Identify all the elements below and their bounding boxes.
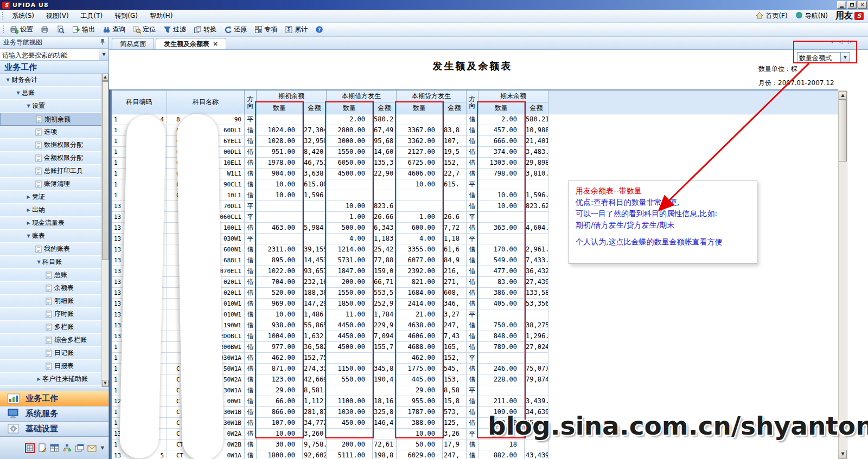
toolbar-button-设置[interactable]: 设置 bbox=[7, 23, 37, 36]
tree-item-科目账[interactable]: ▼科目账 bbox=[0, 256, 102, 269]
tree-scrollbar[interactable]: ▲ ▼ bbox=[101, 74, 108, 387]
nav-button-基础设置[interactable]: 基础设置 bbox=[0, 422, 108, 437]
table-row[interactable]: 13060CL1平1.0026.661.0026.6平 bbox=[112, 212, 548, 223]
close-icon[interactable]: × bbox=[213, 40, 218, 48]
tree-item-选项[interactable]: 选项 bbox=[0, 126, 102, 139]
cascade-windows-icon[interactable] bbox=[75, 443, 85, 453]
table-row[interactable]: 14890平2.00580.2借2.00580.21 bbox=[112, 114, 548, 125]
table-row[interactable]: 1370DL1平10.00823.6借10.00823.62 bbox=[112, 201, 548, 212]
table-row[interactable]: 13190W1借938.0055,8654450.00229,94638.002… bbox=[112, 320, 548, 331]
mail-icon[interactable] bbox=[87, 443, 97, 453]
table-row[interactable]: 1C30W1B借866.00281,871030.00325,81787.005… bbox=[112, 407, 548, 418]
table-vertical-scrollbar[interactable]: ▲ ▼ bbox=[838, 90, 847, 459]
tab-简易桌面[interactable]: 简易桌面 bbox=[112, 38, 154, 49]
toolbar-button-printer-icon[interactable] bbox=[37, 24, 53, 35]
table-row[interactable]: 1C30W1B借107.0034,772450.00146,4388.00125… bbox=[112, 418, 548, 429]
table-row[interactable]: 13010W1借10.001,486.11.001,78421.003,27平 bbox=[112, 309, 548, 320]
table-row[interactable]: 13010W1借969.00147,291850.00252,92414.003… bbox=[112, 299, 548, 309]
menu-item[interactable]: 视图(V) bbox=[40, 9, 75, 23]
menu-item[interactable]: 转到(G) bbox=[108, 9, 144, 23]
tree-item-日报表[interactable]: 日报表 bbox=[0, 360, 102, 373]
menu-item[interactable]: 帮助(H) bbox=[144, 9, 178, 23]
table-row[interactable]: 13100L1借463.005,984.500.006,343600.007,7… bbox=[112, 223, 548, 234]
tree-item-现金流量表[interactable]: ▶现金流量表 bbox=[0, 217, 102, 230]
tree-item-账簿清理[interactable]: 账簿清理 bbox=[0, 178, 102, 191]
tree-scrollbar-thumb[interactable] bbox=[102, 81, 108, 260]
format-selector-value[interactable]: 数量金额式 bbox=[797, 53, 840, 62]
table-row[interactable]: 13EDOBL1借1004.001,632.4450.007,0944606.0… bbox=[112, 331, 548, 342]
chevron-down-icon[interactable]: ▼ bbox=[840, 53, 850, 62]
toolbar-button-输出[interactable]: 输出 bbox=[68, 23, 99, 36]
table-row[interactable]: 13688L1借895.0014,4535731.0077,886077.008… bbox=[112, 255, 548, 266]
tree-item-客户往来辅助账[interactable]: ▶客户往来辅助账 bbox=[0, 373, 102, 386]
tree-item-总账[interactable]: 总账 bbox=[0, 269, 102, 282]
tree-item-我的账表[interactable]: 我的账表 bbox=[0, 243, 102, 256]
tree-item-日记账[interactable]: 日记账 bbox=[0, 347, 102, 360]
tree-item-明细账[interactable]: 明细账 bbox=[0, 295, 102, 308]
navigation-menu[interactable]: 导航(N) bbox=[795, 11, 828, 21]
tree-item-设置[interactable]: ▼设置 bbox=[0, 100, 102, 113]
tab-dropdown-icon[interactable]: ▾ bbox=[831, 39, 834, 44]
pin-icon[interactable] bbox=[100, 38, 105, 47]
tree-item-金额权限分配[interactable]: 金额权限分配 bbox=[0, 152, 102, 165]
tree-item-总账[interactable]: ▼总账 bbox=[0, 87, 102, 100]
tree-item-出纳[interactable]: ▶出纳 bbox=[0, 204, 102, 217]
tab-发生额及余额表[interactable]: 发生额及余额表× bbox=[156, 38, 226, 49]
toolbar-button-累计[interactable]: Σ累计 bbox=[281, 23, 311, 36]
doc-edit-icon[interactable] bbox=[37, 443, 47, 453]
search-dropdown-button[interactable]: ▼ bbox=[99, 49, 108, 60]
table-icon[interactable] bbox=[50, 443, 60, 453]
toolbar-button-过滤[interactable]: 过滤 bbox=[159, 23, 190, 36]
table-row[interactable]: 1C50W2A借123.0042,669550.00190,4445.00153… bbox=[112, 374, 548, 385]
table-row[interactable]: 135CT0W1A借1800.0092,6025111.00198,86029.… bbox=[112, 450, 548, 459]
tree-item-凭证[interactable]: ▶凭证 bbox=[0, 191, 102, 204]
toolbar-button-专项[interactable]: 专项 bbox=[251, 23, 281, 36]
table-row[interactable]: 1030W1A借462.00152,75462.00152,平 bbox=[112, 353, 548, 364]
grid-red-icon[interactable] bbox=[25, 443, 35, 453]
nav-button-系统服务[interactable]: 系统服务 bbox=[0, 406, 108, 422]
table-row[interactable]: 1CT0W2B借30.009,758.200.0072,6150.0017,9借… bbox=[112, 439, 548, 450]
table-row[interactable]: 13020L1借520.00188,381550.00553,51684.006… bbox=[112, 288, 548, 299]
more-icons-dropdown[interactable]: ▼ bbox=[101, 445, 104, 450]
menu-item[interactable]: 工具(T) bbox=[75, 9, 109, 23]
table-row[interactable]: 1C30W1A借29.008,581.29.008,58平 bbox=[112, 385, 548, 396]
table-row[interactable]: 13600N1借2311.0039,1551214.0025,423355.00… bbox=[112, 244, 548, 255]
table-row[interactable]: 13030W1平4.001,1834.001,18平 bbox=[112, 234, 548, 244]
home-menu[interactable]: 首页(F) bbox=[756, 11, 787, 21]
scrollbar-thumb[interactable] bbox=[839, 100, 847, 161]
orgchart-icon[interactable] bbox=[62, 443, 72, 453]
table-row[interactable]: 1C50W1A借871.00274,331150.00345,81775.005… bbox=[112, 364, 548, 374]
format-selector[interactable]: 数量金额式 ▼ bbox=[797, 52, 850, 63]
tree-item-综合多栏账[interactable]: 综合多栏账 bbox=[0, 334, 102, 347]
scroll-down-icon[interactable]: ▼ bbox=[839, 450, 847, 458]
tab-scroll-right-icon[interactable]: ▷ bbox=[848, 39, 852, 44]
table-row[interactable]: 13020L1借704.00232,16200.0066,71821.00271… bbox=[112, 277, 548, 288]
menu-item[interactable]: 系统(S) bbox=[6, 9, 40, 23]
toolbar-button-转换[interactable]: 转换 bbox=[190, 23, 220, 36]
scroll-up-icon[interactable]: ▲ bbox=[839, 91, 847, 100]
toolbar-button-还原[interactable]: 还原 bbox=[220, 23, 251, 36]
minimize-button[interactable] bbox=[837, 1, 846, 9]
tree-item-序时账[interactable]: 序时账 bbox=[0, 308, 102, 321]
toolbar-button-定位[interactable]: 定位 bbox=[129, 23, 159, 36]
tree-item-余额表[interactable]: 余额表 bbox=[0, 282, 102, 295]
tab-scroll-left-icon[interactable]: ◁ bbox=[839, 39, 843, 44]
tree-item-财务会计[interactable]: ▼财务会计 bbox=[0, 74, 102, 87]
scroll-down-icon[interactable]: ▼ bbox=[102, 380, 108, 387]
nav-button-业务工作[interactable]: 业务工作 bbox=[0, 391, 108, 406]
tree-item-总账打印工具[interactable]: 总账打印工具 bbox=[0, 165, 102, 178]
sidebar-splitter[interactable]: ········· bbox=[0, 387, 108, 391]
table-row[interactable]: 13070EL1借1022.0093,6571847.00159,02392.0… bbox=[112, 266, 548, 277]
tree-item-数据权限分配[interactable]: 数据权限分配 bbox=[0, 139, 102, 152]
table-row[interactable]: 12C00W1借66.001,112.1100.0018,16955.0015,… bbox=[112, 396, 548, 407]
tree-item-账表[interactable]: ▼账表 bbox=[0, 230, 102, 243]
tree-item-多栏账[interactable]: 多栏账 bbox=[0, 321, 102, 334]
scroll-up-icon[interactable]: ▲ bbox=[102, 74, 108, 81]
function-search[interactable]: 请输入您要搜索的功能 ▼ bbox=[0, 49, 108, 61]
table-row[interactable]: 1C10L1借10.001,596.借10.001,596. bbox=[112, 190, 548, 201]
toolbar-button-preview-icon[interactable] bbox=[53, 24, 68, 35]
search-input[interactable]: 请输入您要搜索的功能 bbox=[0, 49, 99, 60]
close-button[interactable]: × bbox=[858, 1, 867, 9]
tree-item-期初余额[interactable]: 期初余额 bbox=[0, 113, 102, 126]
toolbar-button-查询[interactable]: 查询 bbox=[99, 23, 129, 36]
